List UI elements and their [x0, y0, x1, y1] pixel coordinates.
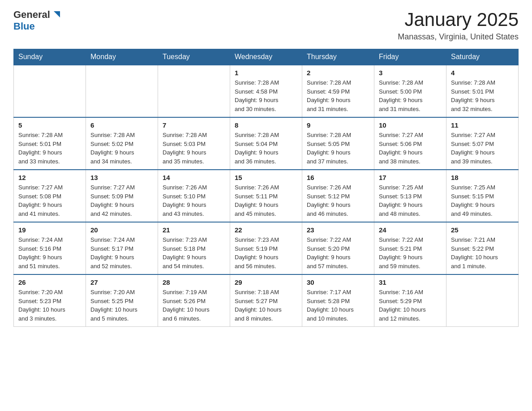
day-number: 4: [451, 69, 514, 77]
day-info: Sunrise: 7:24 AM Sunset: 5:16 PM Dayligh…: [18, 235, 81, 270]
day-number: 11: [451, 121, 514, 129]
day-number: 12: [18, 174, 81, 181]
calendar-cell: 21Sunrise: 7:23 AM Sunset: 5:18 PM Dayli…: [158, 222, 230, 274]
svg-marker-0: [54, 11, 60, 17]
calendar-cell: 11Sunrise: 7:27 AM Sunset: 5:07 PM Dayli…: [446, 117, 519, 170]
day-number: 10: [379, 121, 442, 129]
day-info: Sunrise: 7:26 AM Sunset: 5:11 PM Dayligh…: [235, 183, 297, 218]
day-info: Sunrise: 7:19 AM Sunset: 5:26 PM Dayligh…: [163, 288, 225, 323]
calendar-cell: 29Sunrise: 7:18 AM Sunset: 5:27 PM Dayli…: [230, 274, 302, 327]
day-info: Sunrise: 7:22 AM Sunset: 5:20 PM Dayligh…: [307, 235, 369, 270]
day-info: Sunrise: 7:26 AM Sunset: 5:10 PM Dayligh…: [163, 183, 225, 218]
day-number: 19: [18, 226, 81, 234]
calendar-cell: 24Sunrise: 7:22 AM Sunset: 5:21 PM Dayli…: [374, 222, 446, 274]
calendar-week-4: 19Sunrise: 7:24 AM Sunset: 5:16 PM Dayli…: [14, 222, 519, 274]
calendar-cell: 30Sunrise: 7:17 AM Sunset: 5:28 PM Dayli…: [302, 274, 374, 327]
day-number: 29: [235, 278, 297, 286]
day-info: Sunrise: 7:21 AM Sunset: 5:22 PM Dayligh…: [451, 235, 514, 270]
day-info: Sunrise: 7:18 AM Sunset: 5:27 PM Dayligh…: [235, 288, 297, 323]
header-thursday: Thursday: [302, 49, 374, 65]
day-number: 14: [163, 174, 225, 181]
day-info: Sunrise: 7:28 AM Sunset: 5:03 PM Dayligh…: [163, 131, 225, 166]
calendar-cell: 13Sunrise: 7:27 AM Sunset: 5:09 PM Dayli…: [86, 170, 158, 222]
calendar-cell: 10Sunrise: 7:27 AM Sunset: 5:06 PM Dayli…: [374, 117, 446, 170]
day-number: 16: [307, 174, 369, 181]
logo-triangle-icon: [51, 10, 61, 20]
day-number: 27: [90, 278, 153, 286]
location-text: Manassas, Virginia, United States: [398, 32, 519, 42]
calendar-cell: 17Sunrise: 7:25 AM Sunset: 5:13 PM Dayli…: [374, 170, 446, 222]
calendar-week-3: 12Sunrise: 7:27 AM Sunset: 5:08 PM Dayli…: [14, 170, 519, 222]
calendar-week-1: 1Sunrise: 7:28 AM Sunset: 4:58 PM Daylig…: [14, 65, 519, 117]
calendar-cell: 1Sunrise: 7:28 AM Sunset: 4:58 PM Daylig…: [230, 65, 302, 117]
day-number: 1: [235, 69, 297, 77]
logo-blue-text: Blue: [13, 21, 35, 32]
day-info: Sunrise: 7:27 AM Sunset: 5:07 PM Dayligh…: [451, 131, 514, 166]
day-number: 25: [451, 226, 514, 234]
calendar-cell: [14, 65, 86, 117]
day-info: Sunrise: 7:28 AM Sunset: 4:58 PM Dayligh…: [235, 78, 297, 113]
header-tuesday: Tuesday: [158, 49, 230, 65]
day-number: 18: [451, 174, 514, 181]
calendar-header-row: SundayMondayTuesdayWednesdayThursdayFrid…: [14, 49, 519, 65]
day-info: Sunrise: 7:22 AM Sunset: 5:21 PM Dayligh…: [379, 235, 442, 270]
calendar-cell: 18Sunrise: 7:25 AM Sunset: 5:15 PM Dayli…: [446, 170, 519, 222]
day-number: 22: [235, 226, 297, 234]
header-friday: Friday: [374, 49, 446, 65]
day-info: Sunrise: 7:27 AM Sunset: 5:06 PM Dayligh…: [379, 131, 442, 166]
day-info: Sunrise: 7:25 AM Sunset: 5:13 PM Dayligh…: [379, 183, 442, 218]
day-info: Sunrise: 7:28 AM Sunset: 5:01 PM Dayligh…: [451, 78, 514, 113]
day-info: Sunrise: 7:24 AM Sunset: 5:17 PM Dayligh…: [90, 235, 153, 270]
day-number: 9: [307, 121, 369, 129]
day-number: 2: [307, 69, 369, 77]
calendar-cell: 28Sunrise: 7:19 AM Sunset: 5:26 PM Dayli…: [158, 274, 230, 327]
calendar-cell: 12Sunrise: 7:27 AM Sunset: 5:08 PM Dayli…: [14, 170, 86, 222]
day-number: 13: [90, 174, 153, 181]
day-number: 23: [307, 226, 369, 234]
header-wednesday: Wednesday: [230, 49, 302, 65]
calendar-cell: 27Sunrise: 7:20 AM Sunset: 5:25 PM Dayli…: [86, 274, 158, 327]
calendar-cell: 5Sunrise: 7:28 AM Sunset: 5:01 PM Daylig…: [14, 117, 86, 170]
calendar-cell: 31Sunrise: 7:16 AM Sunset: 5:29 PM Dayli…: [374, 274, 446, 327]
day-info: Sunrise: 7:20 AM Sunset: 5:23 PM Dayligh…: [18, 288, 81, 323]
calendar-cell: 16Sunrise: 7:26 AM Sunset: 5:12 PM Dayli…: [302, 170, 374, 222]
day-number: 6: [90, 121, 153, 129]
header-monday: Monday: [86, 49, 158, 65]
title-section: January 2025 Manassas, Virginia, United …: [398, 9, 519, 42]
day-number: 7: [163, 121, 225, 129]
day-number: 26: [18, 278, 81, 286]
calendar-cell: 26Sunrise: 7:20 AM Sunset: 5:23 PM Dayli…: [14, 274, 86, 327]
day-number: 17: [379, 174, 442, 181]
calendar-cell: 14Sunrise: 7:26 AM Sunset: 5:10 PM Dayli…: [158, 170, 230, 222]
day-number: 21: [163, 226, 225, 234]
day-info: Sunrise: 7:16 AM Sunset: 5:29 PM Dayligh…: [379, 288, 442, 323]
day-number: 3: [379, 69, 442, 77]
day-number: 28: [163, 278, 225, 286]
calendar-week-2: 5Sunrise: 7:28 AM Sunset: 5:01 PM Daylig…: [14, 117, 519, 170]
logo-general-text: General: [13, 9, 50, 21]
calendar-cell: 15Sunrise: 7:26 AM Sunset: 5:11 PM Dayli…: [230, 170, 302, 222]
logo: General Blue: [13, 9, 61, 32]
day-info: Sunrise: 7:28 AM Sunset: 5:01 PM Dayligh…: [18, 131, 81, 166]
day-number: 20: [90, 226, 153, 234]
calendar-cell: 2Sunrise: 7:28 AM Sunset: 4:59 PM Daylig…: [302, 65, 374, 117]
month-title: January 2025: [398, 9, 519, 30]
calendar-cell: 20Sunrise: 7:24 AM Sunset: 5:17 PM Dayli…: [86, 222, 158, 274]
header-sunday: Sunday: [14, 49, 86, 65]
day-info: Sunrise: 7:27 AM Sunset: 5:09 PM Dayligh…: [90, 183, 153, 218]
day-number: 24: [379, 226, 442, 234]
day-info: Sunrise: 7:23 AM Sunset: 5:18 PM Dayligh…: [163, 235, 225, 270]
day-number: 31: [379, 278, 442, 286]
header-saturday: Saturday: [446, 49, 519, 65]
calendar-table: SundayMondayTuesdayWednesdayThursdayFrid…: [13, 49, 519, 327]
calendar-cell: 22Sunrise: 7:23 AM Sunset: 5:19 PM Dayli…: [230, 222, 302, 274]
calendar-cell: 3Sunrise: 7:28 AM Sunset: 5:00 PM Daylig…: [374, 65, 446, 117]
page-header: General Blue January 2025 Manassas, Virg…: [13, 9, 519, 42]
day-number: 8: [235, 121, 297, 129]
day-info: Sunrise: 7:25 AM Sunset: 5:15 PM Dayligh…: [451, 183, 514, 218]
calendar-cell: 25Sunrise: 7:21 AM Sunset: 5:22 PM Dayli…: [446, 222, 519, 274]
calendar-cell: 19Sunrise: 7:24 AM Sunset: 5:16 PM Dayli…: [14, 222, 86, 274]
day-info: Sunrise: 7:23 AM Sunset: 5:19 PM Dayligh…: [235, 235, 297, 270]
day-info: Sunrise: 7:17 AM Sunset: 5:28 PM Dayligh…: [307, 288, 369, 323]
calendar-cell: [158, 65, 230, 117]
